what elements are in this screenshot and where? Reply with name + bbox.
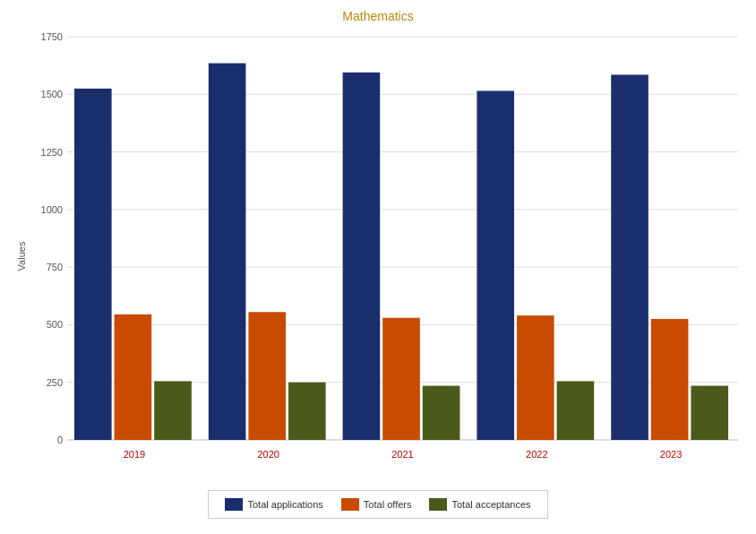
svg-rect-35 xyxy=(691,386,728,440)
svg-rect-30 xyxy=(517,315,554,440)
svg-text:1250: 1250 xyxy=(41,147,63,158)
legend-item: Total applications xyxy=(225,498,322,511)
legend-swatch xyxy=(429,498,447,511)
svg-rect-29 xyxy=(477,90,514,440)
svg-rect-19 xyxy=(154,381,192,440)
svg-rect-22 xyxy=(248,312,286,440)
svg-rect-21 xyxy=(209,64,246,440)
legend-label: Total applications xyxy=(247,499,322,510)
legend-label: Total offers xyxy=(364,499,412,510)
svg-text:2022: 2022 xyxy=(526,449,547,460)
svg-text:2020: 2020 xyxy=(257,449,279,460)
svg-text:250: 250 xyxy=(47,377,63,388)
svg-text:500: 500 xyxy=(47,319,63,330)
svg-text:1500: 1500 xyxy=(41,89,63,99)
svg-text:2021: 2021 xyxy=(391,449,413,460)
svg-rect-25 xyxy=(343,73,381,440)
legend-swatch xyxy=(225,498,243,511)
svg-text:1750: 1750 xyxy=(41,31,63,42)
legend-item: Total offers xyxy=(341,498,412,511)
svg-rect-34 xyxy=(651,319,689,440)
chart-container: Mathematics Values 025050075010001250150… xyxy=(0,0,756,534)
legend-swatch xyxy=(341,498,359,511)
svg-rect-17 xyxy=(74,89,112,440)
main-svg: 0250500750100012501500175020192020202120… xyxy=(18,28,756,485)
svg-text:2019: 2019 xyxy=(124,449,145,460)
svg-text:1000: 1000 xyxy=(41,204,63,215)
legend-label: Total acceptances xyxy=(451,499,530,510)
svg-rect-31 xyxy=(557,381,595,440)
legend-item: Total acceptances xyxy=(429,498,530,511)
chart-area: Values 025050075010001250150017502019202… xyxy=(0,28,756,485)
svg-rect-27 xyxy=(423,386,460,440)
svg-text:750: 750 xyxy=(47,262,63,272)
svg-rect-18 xyxy=(115,314,152,440)
chart-legend: Total applicationsTotal offersTotal acce… xyxy=(208,490,548,519)
svg-text:0: 0 xyxy=(57,435,63,445)
svg-rect-33 xyxy=(611,74,649,440)
svg-rect-26 xyxy=(382,318,420,440)
chart-title: Mathematics xyxy=(0,0,756,28)
y-axis-label: Values xyxy=(16,242,27,271)
svg-text:2023: 2023 xyxy=(660,449,682,460)
svg-rect-23 xyxy=(288,383,326,440)
